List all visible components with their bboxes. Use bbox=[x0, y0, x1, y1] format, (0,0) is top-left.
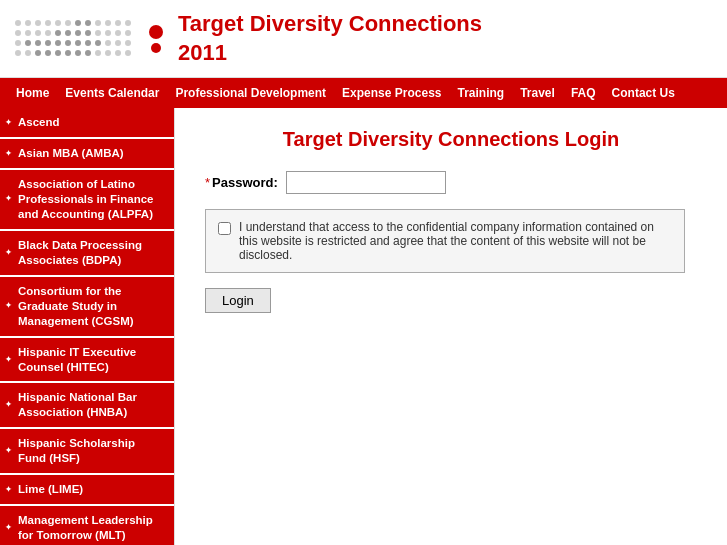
nav-faq[interactable]: FAQ bbox=[563, 86, 604, 100]
dot bbox=[35, 20, 41, 26]
dot-pattern bbox=[15, 20, 133, 58]
notice-box: I understand that access to the confiden… bbox=[205, 209, 685, 273]
dot bbox=[45, 40, 51, 46]
sidebar-item-lime[interactable]: Lime (LIME) bbox=[0, 475, 174, 506]
dot bbox=[35, 50, 41, 56]
dot bbox=[105, 50, 111, 56]
dot bbox=[85, 20, 91, 26]
logo bbox=[15, 20, 163, 58]
dot bbox=[25, 50, 31, 56]
nav-expense-process[interactable]: Expense Process bbox=[334, 86, 449, 100]
sidebar-item-hnba[interactable]: Hispanic National Bar Association (HNBA) bbox=[0, 383, 174, 429]
red-dot-pattern bbox=[149, 25, 163, 53]
dot bbox=[25, 30, 31, 36]
dot bbox=[125, 20, 131, 26]
main-layout: Ascend Asian MBA (AMBA) Association of L… bbox=[0, 108, 727, 545]
page-title: Target Diversity Connections Login bbox=[205, 128, 697, 151]
dot bbox=[85, 50, 91, 56]
dot bbox=[25, 20, 31, 26]
nav-professional-development[interactable]: Professional Development bbox=[167, 86, 334, 100]
dot bbox=[75, 40, 81, 46]
site-title-line1: Target Diversity Connections bbox=[178, 10, 482, 39]
nav-home[interactable]: Home bbox=[8, 86, 57, 100]
header: Target Diversity Connections 2011 bbox=[0, 0, 727, 78]
dot bbox=[75, 20, 81, 26]
sidebar-item-mlt[interactable]: Management Leadership for Tomorrow (MLT) bbox=[0, 506, 174, 545]
nav-travel[interactable]: Travel bbox=[512, 86, 563, 100]
sidebar-item-hitec[interactable]: Hispanic IT Executive Counsel (HITEC) bbox=[0, 338, 174, 384]
dot bbox=[65, 20, 71, 26]
dot bbox=[115, 40, 121, 46]
sidebar-item-ascend[interactable]: Ascend bbox=[0, 108, 174, 139]
dot bbox=[65, 40, 71, 46]
password-label: Password: bbox=[212, 175, 278, 190]
dot bbox=[95, 50, 101, 56]
sidebar-item-cgsm[interactable]: Consortium for the Graduate Study in Man… bbox=[0, 277, 174, 338]
dot bbox=[95, 40, 101, 46]
dot bbox=[15, 50, 21, 56]
dot bbox=[45, 50, 51, 56]
dot bbox=[15, 30, 21, 36]
dot bbox=[125, 50, 131, 56]
dot bbox=[25, 40, 31, 46]
dot bbox=[105, 40, 111, 46]
dot bbox=[95, 20, 101, 26]
notice-text: I understand that access to the confiden… bbox=[239, 220, 672, 262]
dot bbox=[75, 50, 81, 56]
dot bbox=[65, 50, 71, 56]
dot bbox=[125, 40, 131, 46]
dot bbox=[105, 20, 111, 26]
dot bbox=[55, 30, 61, 36]
dot bbox=[85, 30, 91, 36]
dot bbox=[15, 20, 21, 26]
sidebar-item-hsf[interactable]: Hispanic Scholarship Fund (HSF) bbox=[0, 429, 174, 475]
navbar: Home Events Calendar Professional Develo… bbox=[0, 78, 727, 108]
site-title-line2: 2011 bbox=[178, 39, 482, 68]
dot bbox=[125, 30, 131, 36]
content-area: Target Diversity Connections Login * Pas… bbox=[175, 108, 727, 545]
dot bbox=[115, 50, 121, 56]
red-dot-large bbox=[151, 43, 161, 53]
dot bbox=[45, 30, 51, 36]
dot bbox=[55, 20, 61, 26]
sidebar-item-asian-mba[interactable]: Asian MBA (AMBA) bbox=[0, 139, 174, 170]
dot bbox=[15, 40, 21, 46]
dot bbox=[45, 20, 51, 26]
dot bbox=[35, 30, 41, 36]
nav-contact-us[interactable]: Contact Us bbox=[604, 86, 683, 100]
agreement-checkbox[interactable] bbox=[218, 222, 231, 235]
sidebar-item-bdpa[interactable]: Black Data Processing Associates (BDPA) bbox=[0, 231, 174, 277]
dot bbox=[55, 40, 61, 46]
dot bbox=[75, 30, 81, 36]
password-input[interactable] bbox=[286, 171, 446, 194]
dot bbox=[115, 30, 121, 36]
password-row: * Password: bbox=[205, 171, 697, 194]
dot bbox=[35, 40, 41, 46]
dot bbox=[115, 20, 121, 26]
nav-events-calendar[interactable]: Events Calendar bbox=[57, 86, 167, 100]
dot bbox=[65, 30, 71, 36]
required-indicator: * bbox=[205, 175, 210, 190]
dot bbox=[95, 30, 101, 36]
dot bbox=[85, 40, 91, 46]
sidebar: Ascend Asian MBA (AMBA) Association of L… bbox=[0, 108, 175, 545]
dot bbox=[55, 50, 61, 56]
red-dot-large bbox=[149, 25, 163, 39]
login-button[interactable]: Login bbox=[205, 288, 271, 313]
dot bbox=[105, 30, 111, 36]
nav-training[interactable]: Training bbox=[450, 86, 513, 100]
sidebar-item-alpfa[interactable]: Association of Latino Professionals in F… bbox=[0, 170, 174, 231]
